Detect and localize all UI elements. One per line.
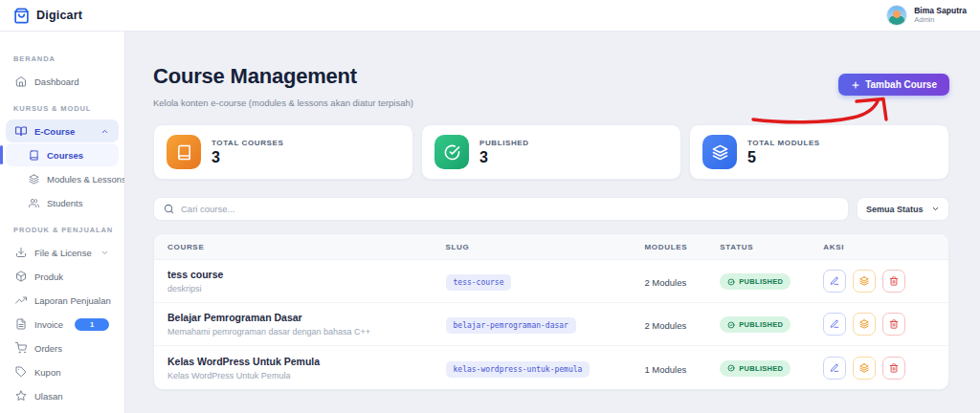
modules-cell: 2 Modules	[642, 272, 718, 290]
table-header-row: COURSE SLUG MODULES STATUS AKSI	[154, 234, 948, 260]
manage-modules-button[interactable]	[853, 270, 876, 293]
row-actions	[823, 313, 947, 336]
trending-up-icon	[15, 294, 27, 306]
tambah-course-button[interactable]: Tambah Course	[838, 74, 949, 96]
table-row: Belajar Pemrograman Dasar Memahami pemro…	[154, 303, 948, 346]
search-input[interactable]	[181, 204, 838, 214]
sidebar-section-produk: PRODUK & PENJUALAN	[13, 226, 111, 234]
status-filter-select[interactable]: Semua Status	[857, 197, 949, 221]
edit-button[interactable]	[823, 313, 846, 336]
chevron-down-icon	[100, 249, 109, 257]
aksi-cell	[821, 313, 948, 336]
sidebar-item-dashboard[interactable]: Dashboard	[6, 70, 119, 93]
user-role: Admin	[914, 16, 967, 25]
course-search[interactable]	[153, 197, 849, 221]
sidebar-item-produk[interactable]: Produk	[6, 265, 119, 288]
tambah-course-label: Tambah Course	[865, 79, 937, 90]
table-row: tess course deskripsi tess-course 2 Modu…	[154, 260, 948, 303]
sidebar-item-students[interactable]: Students	[6, 191, 119, 214]
sidebar-item-modules-lessons[interactable]: Modules & Lessons	[6, 167, 119, 190]
book-open-icon	[15, 125, 27, 137]
slug-badge: belajar-pemrograman-dasar	[446, 317, 576, 334]
avatar[interactable]	[886, 5, 907, 26]
book-icon	[167, 135, 201, 169]
sidebar-item-courses[interactable]: Courses	[6, 143, 119, 166]
course-cell: tess course deskripsi	[154, 269, 433, 293]
brand-name: Digicart	[36, 9, 82, 22]
layers-icon	[29, 174, 39, 185]
stat-text: PUBLISHED 3	[479, 139, 529, 166]
sidebar-section-beranda: BERANDA	[13, 54, 111, 63]
book-icon	[29, 150, 39, 161]
sidebar-item-kupon[interactable]: Kupon	[6, 360, 119, 383]
user-menu[interactable]: Bima Saputra Admin	[886, 5, 967, 26]
edit-button[interactable]	[823, 270, 846, 293]
status-label: PUBLISHED	[739, 277, 783, 286]
check-circle-icon	[434, 135, 469, 169]
column-header-aksi: AKSI	[821, 243, 948, 251]
stat-label: TOTAL MODULES	[747, 139, 820, 147]
row-actions	[823, 270, 947, 293]
user-meta: Bima Saputra Admin	[914, 7, 967, 24]
page-title: Course Management	[153, 64, 413, 89]
stats-row: TOTAL COURSES 3 PUBLISHED 3 TOTAL MODULE…	[153, 124, 949, 180]
slug-badge: kelas-wordpress-untuk-pemula	[446, 361, 590, 378]
sidebar-item-label: Kupon	[34, 367, 60, 378]
page-header: Course Management Kelola konten e-course…	[153, 64, 949, 108]
modules-count: 2 Modules	[644, 277, 686, 288]
app-window: Digicart Bima Saputra Admin BERANDA Dash…	[0, 0, 980, 413]
users-icon	[29, 198, 39, 208]
delete-button[interactable]	[882, 270, 905, 293]
sidebar-section-kursus: KURSUS & MODUL	[13, 104, 111, 113]
status-badge: PUBLISHED	[720, 316, 791, 333]
column-header-status: STATUS	[718, 243, 821, 251]
modules-cell: 1 Modules	[642, 359, 718, 377]
column-header-slug: SLUG	[433, 243, 643, 251]
sidebar-item-label: Modules & Lessons	[47, 174, 125, 185]
plus-icon	[851, 80, 860, 90]
course-title: tess course	[167, 269, 419, 280]
status-filter-value: Semua Status	[866, 205, 924, 214]
invoice-count-badge: 1	[75, 318, 109, 331]
main-content: Course Management Kelola konten e-course…	[125, 32, 980, 413]
status-cell: PUBLISHED	[718, 315, 821, 334]
download-icon	[15, 247, 27, 258]
brand[interactable]: Digicart	[13, 8, 82, 24]
course-cell: Belajar Pemrograman Dasar Memahami pemro…	[154, 312, 433, 337]
star-icon	[15, 390, 27, 402]
chevron-down-icon	[931, 205, 940, 213]
manage-modules-button[interactable]	[853, 357, 876, 380]
edit-button[interactable]	[823, 357, 846, 380]
sidebar-item-label: Students	[47, 198, 83, 208]
slug-cell: tess-course	[433, 272, 643, 291]
stat-card-published: PUBLISHED 3	[421, 124, 681, 180]
table-row: Kelas WordPress Untuk Pemula Kelas WordP…	[154, 346, 948, 389]
layers-icon	[702, 135, 737, 169]
status-badge: PUBLISHED	[720, 360, 791, 377]
courses-table: COURSE SLUG MODULES STATUS AKSI tess cou…	[153, 233, 949, 390]
sidebar-item-label: Ulasan	[34, 391, 63, 402]
delete-button[interactable]	[882, 313, 905, 336]
sidebar-item-label: Invoice	[34, 319, 63, 330]
aksi-cell	[821, 270, 948, 293]
row-actions	[823, 357, 947, 380]
stat-text: TOTAL COURSES 3	[212, 139, 283, 166]
delete-button[interactable]	[882, 357, 905, 380]
sidebar-item-ulasan[interactable]: Ulasan	[6, 384, 119, 407]
sidebar-item-orders[interactable]: Orders	[6, 337, 119, 359]
manage-modules-button[interactable]	[853, 313, 876, 336]
stat-value: 3	[479, 149, 529, 166]
stat-value: 5	[747, 149, 820, 166]
stat-label: PUBLISHED	[479, 139, 529, 147]
course-cell: Kelas WordPress Untuk Pemula Kelas WordP…	[154, 356, 433, 380]
stat-value: 3	[212, 149, 283, 166]
sidebar-item-invoice[interactable]: Invoice 1	[6, 313, 119, 336]
slug-cell: belajar-pemrograman-dasar	[433, 315, 643, 334]
home-icon	[15, 76, 27, 87]
sidebar-item-file-license[interactable]: File & License	[6, 241, 119, 264]
tag-icon	[15, 366, 27, 378]
shopping-cart-icon	[15, 342, 27, 354]
sidebar-item-ecourse[interactable]: E-Course	[6, 120, 119, 142]
stat-label: TOTAL COURSES	[212, 139, 283, 147]
sidebar-item-laporan-penjualan[interactable]: Laporan Penjualan	[6, 289, 119, 312]
